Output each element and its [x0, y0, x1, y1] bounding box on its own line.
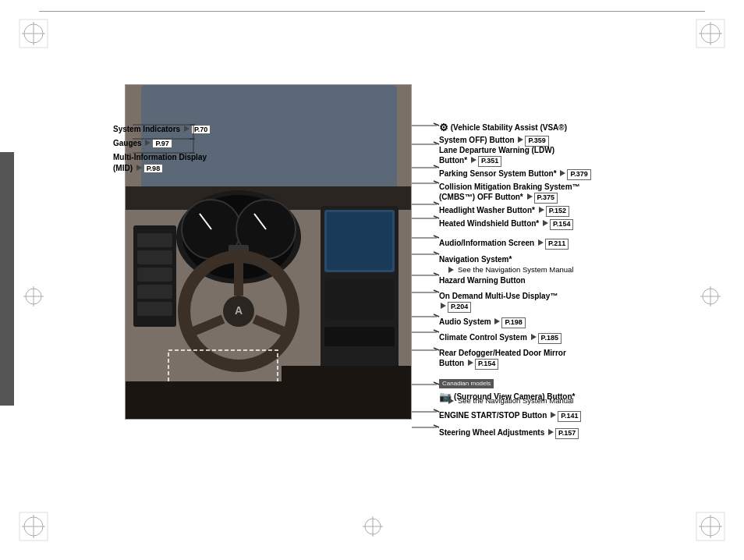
svg-line-83 [434, 142, 439, 144]
label-mid: Multi-Information Display [113, 153, 207, 161]
svg-rect-49 [137, 233, 172, 247]
label-navigation-sub: See the Navigation System Manual [439, 265, 573, 275]
svg-point-22 [703, 289, 718, 304]
svg-rect-11 [19, 512, 48, 541]
svg-line-87 [434, 216, 439, 218]
label-hazard: Hazard Warning Button [439, 275, 526, 285]
label-surround-sub: See the Navigation System Manual [439, 396, 573, 406]
page-layout: A System Indicators P. [0, 0, 744, 560]
file-header [39, 8, 705, 12]
svg-rect-15 [696, 512, 725, 541]
svg-line-93 [434, 330, 439, 332]
svg-line-96 [434, 409, 439, 412]
svg-point-16 [365, 519, 381, 534]
label-navigation: Navigation System* [439, 254, 512, 264]
label-rear-defogger: Rear Defogger/Heated Door Mirror Button … [439, 348, 566, 370]
svg-rect-52 [137, 285, 172, 299]
svg-line-85 [434, 181, 439, 183]
label-heated-windshield: Heated Windshield Button* P.154 [439, 218, 573, 230]
label-mid-2: (MID) P.98 [113, 164, 163, 173]
label-audio-info: Audio/Information Screen P.211 [439, 238, 569, 250]
svg-rect-27 [141, 85, 397, 194]
svg-line-90 [434, 273, 439, 275]
label-cmbs: Collision Mitigation Braking System™ (CM… [439, 182, 580, 204]
svg-point-19 [26, 289, 41, 304]
label-on-demand: On Demand Multi-Use Display™ P.204 [439, 291, 558, 313]
svg-text:A: A [235, 304, 243, 317]
side-tab [0, 156, 14, 406]
svg-line-84 [434, 165, 439, 168]
svg-rect-51 [137, 268, 172, 282]
svg-point-8 [24, 517, 43, 536]
label-steering-wheel: Steering Wheel Adjustments P.157 [439, 427, 579, 439]
svg-line-92 [434, 314, 439, 317]
label-vsa: ⚙ (Vehicle Stability Assist (VSA®) Syste… [439, 122, 567, 147]
dashboard-svg: A [126, 85, 412, 420]
svg-rect-45 [324, 280, 395, 319]
canadian-badge: Canadian models [439, 379, 494, 388]
svg-line-82 [434, 123, 439, 126]
label-ldw: Lane Departure Warning (LDW) Button* P.3… [439, 145, 554, 167]
label-text: System Indicators [113, 125, 182, 133]
svg-line-97 [434, 425, 439, 427]
car-image: A [125, 84, 412, 420]
svg-rect-54 [282, 366, 412, 420]
svg-point-4 [701, 24, 720, 43]
label-gauges: Gauges P.97 [113, 139, 172, 148]
label-system-indicators: System Indicators P.70 [113, 125, 211, 134]
svg-line-88 [434, 236, 439, 238]
svg-rect-46 [324, 327, 395, 346]
label-headlight-washer: Headlight Washer Button* P.152 [439, 205, 569, 217]
svg-line-89 [434, 252, 439, 254]
label-climate: Climate Control System P.185 [439, 332, 562, 344]
svg-line-91 [434, 290, 439, 292]
svg-line-94 [434, 348, 439, 350]
svg-rect-55 [126, 381, 282, 420]
label-parking-sensor: Parking Sensor System Button* P.379 [439, 168, 591, 180]
svg-rect-50 [137, 250, 172, 264]
svg-point-0 [24, 24, 43, 43]
label-audio-system: Audio System P.198 [439, 317, 526, 328]
svg-rect-53 [137, 302, 172, 316]
svg-rect-7 [696, 19, 725, 48]
svg-rect-44 [327, 212, 392, 270]
svg-line-86 [434, 202, 439, 204]
svg-point-12 [701, 517, 720, 536]
label-engine-start: ENGINE START/STOP Button P.141 [439, 410, 581, 422]
svg-rect-3 [19, 19, 48, 48]
svg-line-95 [434, 382, 439, 385]
